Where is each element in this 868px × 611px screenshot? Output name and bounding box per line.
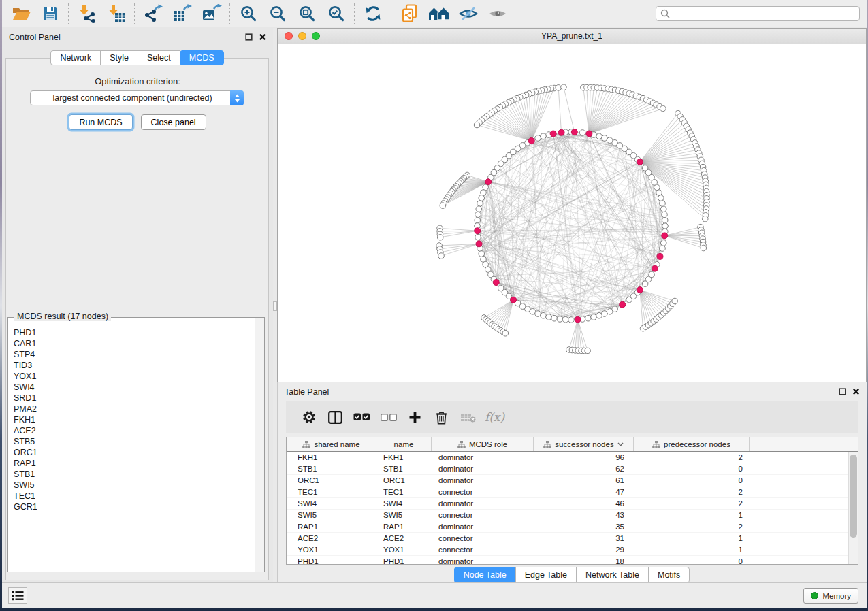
import-network-button[interactable] — [72, 2, 101, 25]
mcds-result-item[interactable]: ACE2 — [14, 425, 255, 436]
table-settings-button[interactable] — [295, 405, 322, 429]
close-panel-icon[interactable] — [852, 388, 860, 395]
mcds-result-item[interactable]: TID3 — [14, 360, 255, 371]
mcds-result-item[interactable]: YOX1 — [14, 371, 255, 382]
dropdown-selected-value: largest connected component (undirected) — [31, 93, 230, 103]
table-row[interactable]: RAP1RAP1dominator352 — [287, 521, 858, 533]
org-chart-icon — [302, 441, 310, 448]
tab-select[interactable]: Select — [138, 50, 180, 65]
table-toolbar: f(x) — [286, 401, 858, 433]
float-panel-icon[interactable] — [245, 33, 253, 41]
table-cell: dominator — [432, 475, 534, 486]
memory-button[interactable]: Memory — [803, 588, 858, 604]
hide-selected-button[interactable] — [453, 2, 483, 25]
close-panel-icon[interactable] — [259, 33, 266, 41]
table-cell: 43 — [534, 510, 634, 521]
export-table-button[interactable] — [167, 2, 197, 25]
mcds-result-item[interactable]: SRD1 — [14, 393, 255, 403]
tab-style[interactable]: Style — [100, 50, 138, 65]
column-header-name[interactable]: name — [376, 437, 432, 451]
add-column-button[interactable] — [402, 405, 428, 429]
export-image-button[interactable] — [197, 2, 226, 25]
show-all-button[interactable] — [483, 2, 512, 25]
table-row[interactable]: ORC1ORC1dominator610 — [287, 475, 858, 486]
main-toolbar — [2, 0, 867, 27]
mcds-result-item[interactable]: RAP1 — [14, 458, 255, 469]
table-cell: 1 — [634, 510, 750, 521]
node-table[interactable]: shared namenameMCDS rolesuccessor nodesp… — [286, 437, 858, 565]
mcds-result-item[interactable]: STB1 — [14, 469, 255, 480]
tab-network-table[interactable]: Network Table — [576, 567, 649, 583]
function-builder-button[interactable]: f(x) — [481, 405, 508, 429]
mcds-result-item[interactable]: FKH1 — [14, 414, 255, 425]
export-network-button[interactable] — [138, 2, 167, 25]
search-icon — [660, 9, 670, 18]
mcds-result-item[interactable]: PMA2 — [14, 403, 255, 414]
split-columns-button[interactable] — [322, 405, 349, 429]
close-panel-button[interactable]: Close panel — [141, 114, 206, 130]
export-image-icon — [202, 4, 222, 23]
table-row[interactable]: PHD1PHD1dominator180 — [287, 556, 858, 567]
result-scrollbar-track[interactable] — [255, 318, 264, 572]
zoom-out-button[interactable] — [263, 2, 292, 25]
mcds-result-item[interactable]: SWI5 — [14, 480, 255, 491]
mcds-result-item[interactable]: PHD1 — [14, 327, 255, 338]
search-input[interactable] — [673, 8, 855, 19]
table-cell: ORC1 — [287, 475, 376, 486]
table-scrollbar-track[interactable] — [848, 452, 858, 564]
open-button[interactable] — [6, 2, 35, 25]
delete-columns-button[interactable] — [428, 405, 455, 429]
column-header-predecessor-nodes[interactable]: predecessor nodes — [634, 437, 750, 451]
mcds-result-list[interactable]: PHD1CAR1STP4TID3YOX1SWI4SRD1PMA2FKH1ACE2… — [9, 322, 255, 571]
table-row[interactable]: TEC1TEC1connector472 — [287, 486, 858, 498]
tab-edge-table[interactable]: Edge Table — [515, 567, 577, 583]
column-header-successor-nodes[interactable]: successor nodes — [534, 437, 634, 451]
mcds-result-item[interactable]: GCR1 — [14, 501, 255, 512]
select-all-columns-button[interactable] — [349, 405, 375, 429]
mcds-result-item[interactable]: STP4 — [14, 349, 255, 360]
table-cell: connector — [432, 533, 534, 544]
column-header-shared-name[interactable]: shared name — [287, 437, 376, 451]
duplicate-network-button[interactable] — [395, 2, 424, 25]
mcds-result-item[interactable]: SWI4 — [14, 382, 255, 393]
tab-motifs[interactable]: Motifs — [648, 567, 690, 583]
tab-mcds[interactable]: MCDS — [180, 50, 224, 65]
refresh-button[interactable] — [358, 2, 387, 25]
table-row[interactable]: SWI5SWI5connector431 — [287, 510, 858, 521]
column-header-mcds-role[interactable]: MCDS role — [432, 437, 534, 451]
task-history-button[interactable] — [8, 587, 27, 604]
optimization-criterion-dropdown[interactable]: largest connected component (undirected) — [30, 90, 244, 105]
table-header-row: shared namenameMCDS rolesuccessor nodesp… — [287, 437, 858, 452]
mcds-result-item[interactable]: TEC1 — [14, 491, 255, 501]
first-neighbors-button[interactable] — [424, 2, 453, 25]
mcds-result-item[interactable]: ORC1 — [14, 447, 255, 458]
plus-icon — [408, 411, 421, 424]
zoom-in-button[interactable] — [234, 2, 263, 25]
run-mcds-button[interactable]: Run MCDS — [69, 114, 132, 130]
sort-chevron-icon[interactable] — [617, 442, 624, 446]
table-cell: PHD1 — [287, 556, 376, 567]
table-scrollbar-thumb[interactable] — [850, 455, 857, 538]
table-cell: FKH1 — [287, 452, 376, 463]
table-row[interactable]: STB1STB1dominator620 — [287, 463, 858, 475]
table-row[interactable]: SWI4SWI4dominator462 — [287, 498, 858, 510]
mcds-result-item[interactable]: CAR1 — [14, 338, 255, 349]
network-window-titlebar[interactable]: YPA_prune.txt_1 — [278, 29, 866, 45]
mcds-result-item[interactable]: STB5 — [14, 436, 255, 447]
tab-network[interactable]: Network — [50, 50, 101, 65]
tab-node-table[interactable]: Node Table — [454, 567, 516, 583]
table-cell: ORC1 — [376, 475, 432, 486]
table-row[interactable]: ACE2ACE2connector311 — [287, 533, 858, 544]
table-row[interactable]: YOX1YOX1connector291 — [287, 544, 858, 556]
zoom-fit-button[interactable] — [292, 2, 321, 25]
deselect-all-columns-button[interactable] — [375, 405, 402, 429]
table-row[interactable]: FKH1FKH1dominator962 — [287, 452, 858, 463]
table-cell: RAP1 — [376, 521, 432, 532]
save-button[interactable] — [35, 2, 65, 25]
import-table-button[interactable] — [101, 2, 131, 25]
float-panel-icon[interactable] — [839, 388, 846, 395]
delete-table-button[interactable] — [455, 405, 481, 429]
search-box[interactable] — [656, 6, 860, 21]
zoom-selected-button[interactable] — [321, 2, 351, 25]
network-canvas[interactable] — [278, 44, 866, 382]
